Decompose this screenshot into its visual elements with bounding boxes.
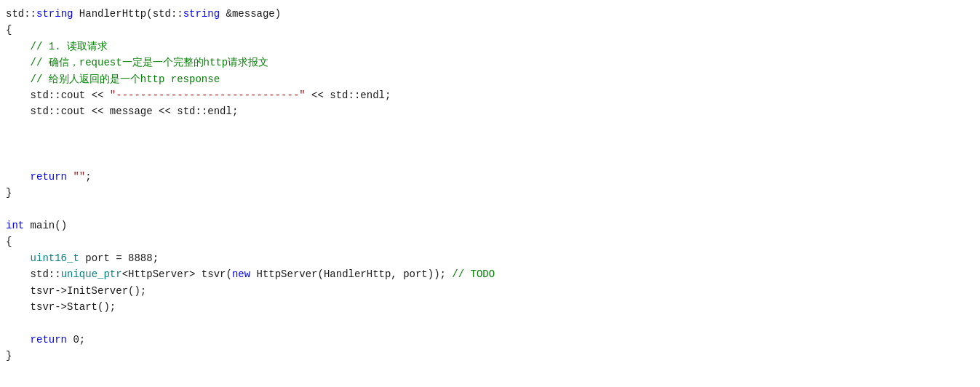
code-line-4: // 确信，request一定是一个完整的http请求报文	[0, 55, 980, 71]
code-line-19: tsvr->Start();	[0, 299, 980, 315]
code-line-14: int main()	[0, 218, 980, 234]
code-text: uint16_t port = 8888;	[6, 250, 159, 266]
code-line-13	[0, 202, 980, 218]
code-text: // 1. 读取请求	[6, 39, 108, 55]
code-text: tsvr->Start();	[6, 299, 116, 315]
code-line-10	[0, 153, 980, 169]
code-text: {	[6, 234, 12, 250]
code-line-12: }	[0, 185, 980, 201]
code-line-15: {	[0, 234, 980, 250]
code-text: std::string HandlerHttp(std::string &mes…	[6, 6, 281, 22]
code-text	[6, 153, 12, 169]
code-line-11: return "";	[0, 169, 980, 185]
code-text: {	[6, 22, 12, 38]
code-line-21: return 0;	[0, 332, 980, 348]
code-text: std::cout << "--------------------------…	[6, 87, 391, 103]
code-line-2: {	[0, 22, 980, 38]
code-text: std::unique_ptr<HttpServer> tsvr(new Htt…	[6, 266, 495, 282]
code-text: std::cout << message << std::endl;	[6, 103, 238, 119]
code-line-6: std::cout << "--------------------------…	[0, 87, 980, 103]
code-line-8	[0, 120, 980, 136]
code-text: }	[6, 185, 12, 201]
code-text: return 0;	[6, 332, 85, 348]
code-line-7: std::cout << message << std::endl;	[0, 103, 980, 119]
code-line-5: // 给别人返回的是一个http response	[0, 71, 980, 87]
code-line-16: uint16_t port = 8888;	[0, 250, 980, 266]
code-line-17: std::unique_ptr<HttpServer> tsvr(new Htt…	[0, 266, 980, 282]
code-text: // 给别人返回的是一个http response	[6, 71, 220, 87]
code-text	[6, 136, 12, 152]
code-text: return "";	[6, 169, 92, 185]
code-line-20	[0, 315, 980, 331]
code-text	[6, 315, 12, 331]
code-text	[6, 120, 12, 136]
code-text: }	[6, 348, 12, 364]
code-editor: std::string HandlerHttp(std::string &mes…	[0, 0, 980, 387]
code-text: // 确信，request一定是一个完整的http请求报文	[6, 55, 268, 71]
code-line-3: // 1. 读取请求	[0, 39, 980, 55]
code-line-9	[0, 136, 980, 152]
code-line-1: std::string HandlerHttp(std::string &mes…	[0, 6, 980, 22]
code-text	[6, 202, 12, 218]
code-text: int main()	[6, 218, 67, 234]
code-line-18: tsvr->InitServer();	[0, 283, 980, 299]
code-line-22: }	[0, 348, 980, 364]
code-text: tsvr->InitServer();	[6, 283, 146, 299]
